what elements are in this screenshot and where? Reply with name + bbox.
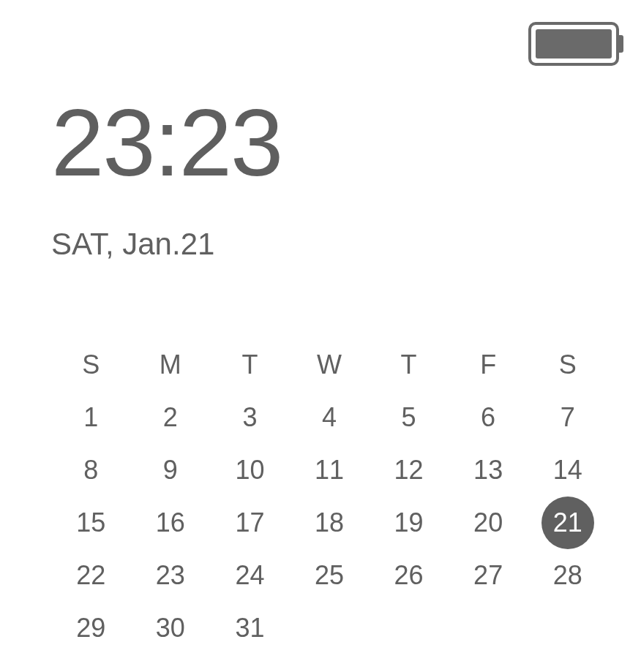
calendar-day[interactable]: 15 bbox=[51, 497, 131, 549]
calendar-day[interactable]: 23 bbox=[131, 549, 211, 602]
calendar-day[interactable]: 19 bbox=[369, 497, 449, 549]
calendar-day[interactable]: 7 bbox=[528, 391, 607, 444]
calendar-day bbox=[449, 602, 528, 654]
weekday-label: S bbox=[528, 339, 607, 391]
weekday-label: T bbox=[369, 339, 449, 391]
calendar-body: 1234567891011121314151617181920212223242… bbox=[51, 391, 604, 654]
day-number: 28 bbox=[553, 560, 582, 591]
weekday-label: F bbox=[449, 339, 528, 391]
weekday-label: S bbox=[51, 339, 131, 391]
day-number: 19 bbox=[394, 507, 424, 538]
battery-fill bbox=[536, 29, 612, 58]
calendar-day[interactable]: 29 bbox=[51, 602, 131, 654]
calendar-day[interactable]: 20 bbox=[449, 497, 528, 549]
calendar-day[interactable]: 16 bbox=[131, 497, 211, 549]
calendar-day[interactable]: 10 bbox=[210, 444, 290, 497]
day-number: 23 bbox=[156, 560, 185, 591]
day-number: 16 bbox=[156, 507, 185, 538]
day-number: 4 bbox=[322, 402, 337, 433]
day-number: 31 bbox=[235, 613, 264, 643]
calendar-week-row: 293031 bbox=[51, 602, 607, 654]
day-number: 2 bbox=[163, 402, 178, 433]
calendar-day[interactable]: 8 bbox=[51, 444, 131, 497]
calendar-day[interactable]: 6 bbox=[449, 391, 528, 444]
calendar-day[interactable]: 27 bbox=[449, 549, 528, 602]
day-number: 22 bbox=[76, 560, 105, 591]
weekday-label: M bbox=[131, 339, 211, 391]
day-number: 8 bbox=[83, 455, 98, 486]
calendar-week-row: 22232425262728 bbox=[51, 549, 607, 602]
weekday-label: T bbox=[210, 339, 290, 391]
battery-icon bbox=[528, 22, 619, 66]
battery-tip bbox=[619, 35, 623, 53]
calendar-day bbox=[528, 602, 607, 654]
day-number: 18 bbox=[315, 507, 344, 538]
calendar-week-row: 1234567 bbox=[51, 391, 607, 444]
calendar-day[interactable]: 12 bbox=[369, 444, 449, 497]
day-number: 1 bbox=[83, 402, 98, 433]
day-number: 24 bbox=[235, 560, 264, 591]
status-bar bbox=[528, 22, 619, 66]
calendar-day[interactable]: 3 bbox=[210, 391, 290, 444]
day-number: 12 bbox=[394, 455, 424, 486]
day-number: 20 bbox=[473, 507, 503, 538]
calendar-day[interactable]: 1 bbox=[51, 391, 131, 444]
calendar-day[interactable]: 17 bbox=[210, 497, 290, 549]
clock-time: 23:23 bbox=[51, 95, 641, 190]
day-number: 6 bbox=[481, 402, 495, 433]
weekday-label: W bbox=[290, 339, 370, 391]
day-number: 30 bbox=[156, 613, 185, 643]
day-number: 7 bbox=[561, 402, 575, 433]
calendar-day[interactable]: 21 bbox=[528, 497, 607, 549]
calendar: S M T W T F S 12345678910111213141516171… bbox=[0, 339, 641, 654]
calendar-day[interactable]: 22 bbox=[51, 549, 131, 602]
calendar-day[interactable]: 30 bbox=[131, 602, 211, 654]
day-number: 14 bbox=[553, 455, 582, 486]
day-number: 17 bbox=[235, 507, 264, 538]
day-number: 9 bbox=[163, 455, 178, 486]
calendar-day[interactable]: 28 bbox=[528, 549, 607, 602]
calendar-week-row: 15161718192021 bbox=[51, 497, 607, 549]
day-number: 26 bbox=[394, 560, 424, 591]
clock-date: SAT, Jan.21 bbox=[51, 227, 641, 262]
calendar-day bbox=[290, 602, 370, 654]
calendar-day[interactable]: 31 bbox=[210, 602, 290, 654]
calendar-week-row: 891011121314 bbox=[51, 444, 607, 497]
day-number: 21 bbox=[553, 507, 582, 538]
calendar-day[interactable]: 13 bbox=[449, 444, 528, 497]
calendar-day[interactable]: 2 bbox=[131, 391, 211, 444]
calendar-day[interactable]: 24 bbox=[210, 549, 290, 602]
day-number: 10 bbox=[235, 455, 264, 486]
calendar-weekday-row: S M T W T F S bbox=[51, 339, 607, 391]
day-number: 27 bbox=[473, 560, 503, 591]
day-number: 25 bbox=[315, 560, 344, 591]
day-number: 3 bbox=[242, 402, 257, 433]
calendar-day[interactable]: 18 bbox=[290, 497, 370, 549]
calendar-day[interactable]: 26 bbox=[369, 549, 449, 602]
calendar-day bbox=[369, 602, 449, 654]
day-number: 5 bbox=[402, 402, 416, 433]
day-number: 11 bbox=[315, 455, 344, 486]
calendar-day[interactable]: 11 bbox=[290, 444, 370, 497]
calendar-day[interactable]: 25 bbox=[290, 549, 370, 602]
calendar-day[interactable]: 14 bbox=[528, 444, 607, 497]
day-number: 15 bbox=[76, 507, 105, 538]
calendar-day[interactable]: 5 bbox=[369, 391, 449, 444]
calendar-day[interactable]: 4 bbox=[290, 391, 370, 444]
day-number: 29 bbox=[76, 613, 105, 643]
day-number: 13 bbox=[473, 455, 503, 486]
calendar-day[interactable]: 9 bbox=[131, 444, 211, 497]
